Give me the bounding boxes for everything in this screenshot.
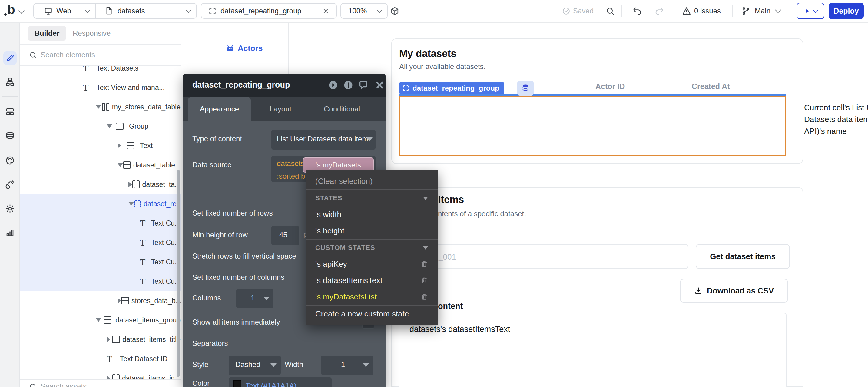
close-tab-icon[interactable]: [322, 7, 329, 14]
undo-icon[interactable]: [632, 6, 642, 16]
nav-item-actors[interactable]: Actors: [226, 43, 262, 53]
tree-caret-icon[interactable]: [128, 182, 132, 187]
comment-icon[interactable]: [358, 80, 369, 90]
database-icon: [521, 84, 530, 93]
tree-caret-icon[interactable]: [96, 318, 103, 322]
min-height-value: 45: [279, 231, 287, 239]
tree-row[interactable]: Text Cu...: [20, 252, 181, 271]
tree-row[interactable]: dataset_re...: [20, 194, 181, 214]
app-menu-chevron-icon[interactable]: [19, 7, 25, 13]
tree-row[interactable]: Text: [20, 136, 181, 155]
separator-style-select[interactable]: Dashed: [229, 355, 281, 375]
dropdown-item[interactable]: 's width: [306, 206, 438, 223]
tab-builder[interactable]: Builder: [28, 26, 66, 40]
trash-icon[interactable]: [421, 260, 428, 268]
tab-responsive[interactable]: Responsive: [73, 26, 111, 40]
dropdown-item[interactable]: (Clear selection): [306, 173, 438, 189]
trash-icon[interactable]: [421, 277, 428, 284]
dropdown-item[interactable]: Create a new custom state...: [306, 305, 438, 322]
tree-caret-icon[interactable]: [118, 163, 123, 167]
separator-color-picker[interactable]: Text (#1A1A1A): [229, 377, 332, 387]
expression-prefix[interactable]: datasets: [277, 159, 304, 168]
tree-row[interactable]: Group: [20, 117, 181, 136]
repeating-group-outline[interactable]: Current cell's List User Datasets data i…: [399, 96, 786, 156]
preview-button[interactable]: [797, 3, 825, 19]
tree-row[interactable]: Text Dataset ID: [20, 349, 181, 368]
logs-chart-icon[interactable]: [5, 228, 15, 237]
expression-suffix[interactable]: :sorted b: [277, 172, 305, 181]
selected-element-chip[interactable]: dataset_repeating_group: [399, 82, 504, 95]
tree-row[interactable]: Text Cu...: [20, 233, 181, 252]
settings-gear-icon[interactable]: [5, 204, 15, 214]
dataset-id-input-value: _001: [438, 252, 456, 262]
pencil-icon[interactable]: [5, 53, 15, 63]
bubble-logo[interactable]: b: [7, 2, 15, 17]
property-editor-titlebar[interactable]: dataset_repeating_group: [183, 73, 386, 97]
tree-row[interactable]: dataset_ta...: [20, 175, 181, 194]
tree-scrollbar[interactable]: [177, 169, 180, 377]
dropdown-item[interactable]: STATES: [306, 189, 438, 206]
tree-caret-icon[interactable]: [96, 105, 102, 109]
tree-row[interactable]: Text Cu...: [20, 214, 181, 233]
dropdown-item[interactable]: 's datasetItemsText: [306, 272, 438, 289]
styles-palette-icon[interactable]: [5, 156, 15, 165]
search-assets-field[interactable]: Search assets: [20, 379, 181, 387]
tree-row[interactable]: Text Datasets: [20, 66, 181, 78]
dropdown-item[interactable]: 's height: [306, 223, 438, 239]
download-csv-button[interactable]: Download as CSV: [680, 279, 788, 302]
components-icon[interactable]: [5, 107, 15, 117]
issues-button[interactable]: 0 issues: [694, 7, 721, 15]
tree-row[interactable]: Text View and mana...: [20, 78, 181, 97]
run-play-icon[interactable]: [328, 80, 338, 90]
columns-select[interactable]: 1: [236, 289, 273, 308]
tree-caret-icon[interactable]: [118, 298, 121, 303]
bubble-editor: b Web datasets dataset_repeating_group 1…: [0, 0, 868, 387]
branch-select[interactable]: Main: [755, 7, 771, 15]
min-height-input[interactable]: 45: [271, 226, 299, 245]
dropdown-item[interactable]: 's myDatasetsList: [306, 289, 438, 305]
database-icon[interactable]: [5, 131, 15, 141]
trash-icon[interactable]: [421, 293, 428, 301]
search-icon[interactable]: [606, 7, 615, 15]
tree-row-label: Text Cu...: [151, 219, 181, 227]
workflow-icon[interactable]: [5, 77, 15, 87]
close-icon[interactable]: [375, 80, 385, 90]
redo-icon[interactable]: [655, 6, 664, 16]
deploy-button[interactable]: Deploy: [829, 3, 864, 19]
tab-conditional[interactable]: Conditional: [324, 97, 360, 121]
plugins-plug-icon[interactable]: [5, 180, 15, 189]
data-source-chip[interactable]: [517, 80, 534, 96]
tree-row[interactable]: stores_data_b...: [20, 291, 181, 311]
dataset-content-box[interactable]: [399, 313, 787, 387]
tree-caret-icon[interactable]: [118, 143, 127, 149]
branch-icon: [741, 6, 750, 15]
dropdown-item[interactable]: CUSTOM STATES: [306, 239, 438, 256]
color-value: Text (#1A1A1A): [246, 382, 297, 387]
section-collapse-caret-icon[interactable]: [423, 196, 428, 200]
separator-width-select[interactable]: 1: [321, 355, 373, 375]
cube-icon[interactable]: [390, 6, 400, 16]
tree-caret-icon[interactable]: [106, 376, 112, 379]
tree-caret-icon[interactable]: [106, 125, 116, 128]
get-dataset-items-button[interactable]: Get dataset items: [696, 244, 790, 269]
branch-chevron-icon[interactable]: [775, 7, 781, 13]
tree-row[interactable]: my_stores_data_table: [20, 97, 181, 117]
page-select[interactable]: datasets: [118, 7, 145, 15]
section-collapse-caret-icon[interactable]: [423, 246, 428, 250]
tree-row[interactable]: dataset_items_title: [20, 330, 181, 349]
tree-caret-icon[interactable]: [128, 202, 134, 205]
tree-row[interactable]: dataset_table...: [20, 155, 181, 175]
info-icon[interactable]: [343, 80, 353, 90]
tree-row[interactable]: Text Cu...: [20, 271, 181, 291]
platform-select[interactable]: Web: [56, 7, 71, 15]
type-of-content-select[interactable]: List User Datasets data item: [271, 130, 376, 150]
tab-appearance[interactable]: Appearance: [188, 97, 251, 121]
tab-layout[interactable]: Layout: [270, 97, 291, 121]
search-elements-field[interactable]: Search elements: [20, 44, 181, 66]
tree-row[interactable]: dataset_items_group: [20, 311, 181, 330]
tree-row[interactable]: dataset_items_in...: [20, 368, 181, 379]
dropdown-item[interactable]: 's apiKey: [306, 256, 438, 272]
tree-caret-icon[interactable]: [106, 337, 112, 342]
tree-row-label: Group: [129, 122, 148, 130]
rail-divider: [2, 96, 18, 97]
